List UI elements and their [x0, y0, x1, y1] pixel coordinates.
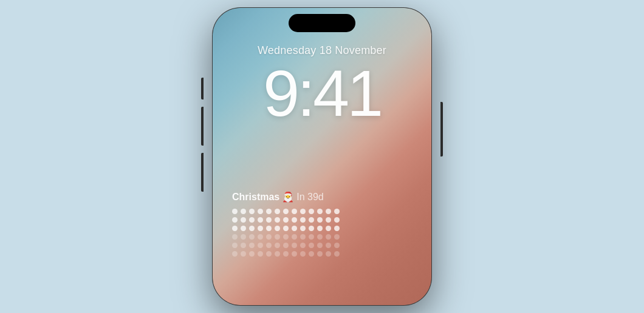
dot — [309, 251, 314, 257]
dot — [241, 226, 246, 231]
volume-up-button — [201, 107, 204, 146]
dot — [266, 234, 272, 240]
time-display: 9:41 — [263, 61, 381, 126]
phone-body: Wednesday 18 November 9:41 Christmas 🎅 I… — [213, 8, 431, 305]
dot — [266, 251, 272, 257]
dot — [334, 217, 340, 223]
date-display: Wednesday 18 November — [258, 44, 386, 57]
dot — [232, 217, 238, 223]
dots-row — [232, 234, 412, 240]
dot — [249, 243, 255, 248]
dot — [258, 226, 263, 231]
dots-row — [232, 243, 412, 248]
volume-down-button — [201, 153, 204, 192]
dot — [292, 209, 297, 214]
dot — [317, 226, 323, 231]
dot — [249, 226, 255, 231]
event-emoji: 🎅 — [282, 191, 294, 203]
dot — [326, 243, 331, 248]
dot — [232, 209, 238, 214]
dot — [232, 243, 238, 248]
dot — [249, 217, 255, 223]
power-button — [440, 102, 443, 156]
widget-title-row: Christmas 🎅 In 39d — [232, 191, 412, 203]
dot — [334, 243, 340, 248]
dot — [232, 234, 238, 240]
dot — [249, 209, 255, 214]
dot — [317, 234, 323, 240]
dot — [300, 243, 306, 248]
dot — [334, 209, 340, 214]
phone-mockup: Wednesday 18 November 9:41 Christmas 🎅 I… — [204, 5, 440, 308]
dot — [283, 251, 289, 257]
dot — [292, 217, 297, 223]
dot — [266, 217, 272, 223]
days-remaining: In 39d — [296, 192, 323, 203]
dot — [283, 217, 289, 223]
dot — [326, 209, 331, 214]
dot — [283, 234, 289, 240]
dot — [334, 226, 340, 231]
dot — [258, 243, 263, 248]
dot — [326, 234, 331, 240]
dot — [249, 251, 255, 257]
dot — [241, 243, 246, 248]
dot — [309, 226, 314, 231]
dot — [300, 209, 306, 214]
dot — [300, 234, 306, 240]
dot — [317, 209, 323, 214]
dots-row — [232, 226, 412, 231]
dot — [275, 234, 280, 240]
dot — [258, 234, 263, 240]
lock-screen: Wednesday 18 November 9:41 Christmas 🎅 I… — [213, 8, 431, 305]
dot — [275, 209, 280, 214]
dot — [232, 251, 238, 257]
dot — [334, 251, 340, 257]
dot — [249, 234, 255, 240]
dot — [292, 234, 297, 240]
dot — [334, 234, 340, 240]
dot — [292, 226, 297, 231]
dot — [283, 209, 289, 214]
dot — [283, 226, 289, 231]
dot — [275, 217, 280, 223]
dot — [300, 217, 306, 223]
dot — [266, 209, 272, 214]
dot — [258, 209, 263, 214]
dot — [275, 243, 280, 248]
dot — [275, 226, 280, 231]
dot — [300, 251, 306, 257]
dot — [258, 251, 263, 257]
dot — [258, 217, 263, 223]
dot — [241, 217, 246, 223]
dot — [292, 251, 297, 257]
dot — [326, 217, 331, 223]
progress-dots — [232, 209, 412, 257]
dot — [317, 251, 323, 257]
countdown-widget: Christmas 🎅 In 39d — [232, 191, 412, 257]
dots-row — [232, 217, 412, 223]
dots-row — [232, 209, 412, 214]
dot — [326, 226, 331, 231]
dot — [326, 251, 331, 257]
phone-screen: Wednesday 18 November 9:41 Christmas 🎅 I… — [213, 8, 431, 305]
dot — [275, 251, 280, 257]
dot — [309, 243, 314, 248]
dot — [241, 209, 246, 214]
dot — [241, 251, 246, 257]
dot — [317, 217, 323, 223]
dot — [309, 217, 314, 223]
dot — [292, 243, 297, 248]
dot — [283, 243, 289, 248]
dot — [309, 234, 314, 240]
event-name: Christmas — [232, 192, 279, 203]
dot — [232, 226, 238, 231]
dynamic-island — [289, 14, 355, 32]
dot — [266, 243, 272, 248]
dot — [241, 234, 246, 240]
dot — [300, 226, 306, 231]
dot — [309, 209, 314, 214]
mute-button — [201, 78, 204, 99]
dot — [266, 226, 272, 231]
dot — [317, 243, 323, 248]
